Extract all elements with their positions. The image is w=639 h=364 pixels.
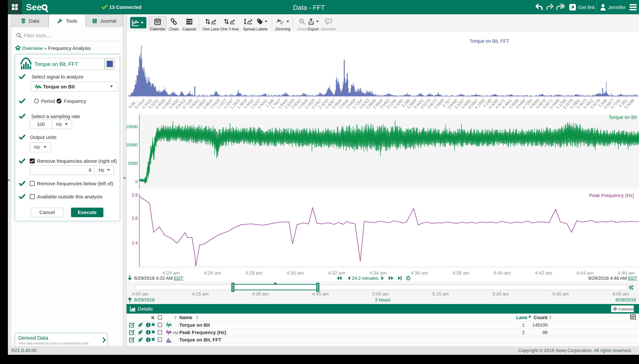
svg-text:4:40 am: 4:40 am (493, 270, 511, 276)
svg-text:4:42 am: 4:42 am (535, 270, 552, 276)
svg-text:4:32 am: 4:32 am (328, 270, 345, 276)
svg-text:Torque on Bit: Torque on Bit (608, 115, 637, 120)
svg-text:Torque on Bit, FFT: Torque on Bit, FFT (470, 38, 509, 44)
svg-text:15000: 15000 (126, 124, 138, 129)
svg-text:2.6: 2.6 (132, 216, 138, 220)
svg-text:2.8: 2.8 (132, 192, 138, 198)
svg-text:Peak Frequency (Hz): Peak Frequency (Hz) (589, 193, 634, 198)
svg-text:2.4: 2.4 (132, 240, 138, 246)
svg-text:4:28 am: 4:28 am (245, 270, 263, 276)
svg-text:4:24 am: 4:24 am (163, 270, 180, 276)
svg-text:4:34 am: 4:34 am (369, 270, 387, 276)
svg-text:0: 0 (135, 179, 138, 184)
svg-text:4:36 am: 4:36 am (411, 270, 428, 276)
svg-text:4:38 am: 4:38 am (452, 270, 469, 276)
svg-text:4:46 am: 4:46 am (618, 270, 635, 276)
svg-text:10000: 10000 (126, 142, 138, 147)
svg-text:4:26 am: 4:26 am (204, 270, 221, 276)
svg-text:4:30 am: 4:30 am (287, 270, 304, 276)
svg-text:4:44 am: 4:44 am (576, 270, 594, 276)
svg-text:5000: 5000 (128, 161, 138, 166)
